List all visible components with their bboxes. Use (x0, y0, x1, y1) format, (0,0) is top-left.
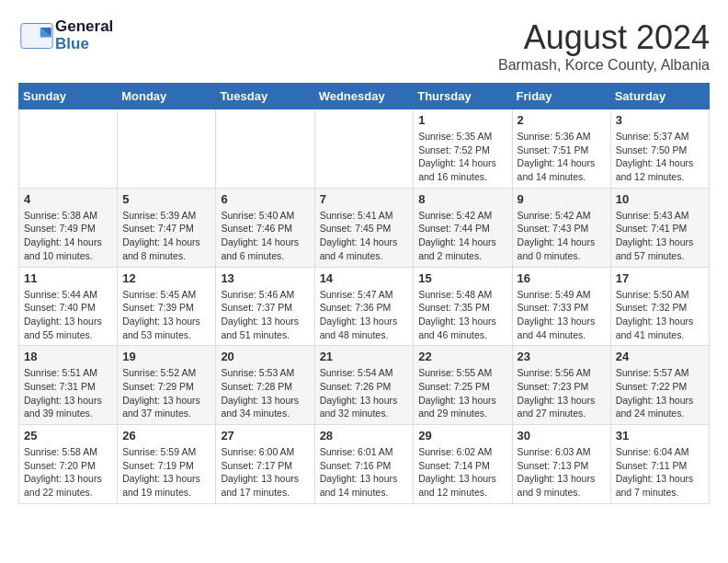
logo: General Blue (18, 18, 113, 52)
calendar-day-cell: 7Sunrise: 5:41 AM Sunset: 7:45 PM Daylig… (314, 188, 414, 267)
calendar-day-cell: 12Sunrise: 5:45 AM Sunset: 7:39 PM Dayli… (118, 267, 216, 346)
day-info: Sunrise: 6:03 AM Sunset: 7:13 PM Dayligh… (518, 445, 606, 500)
calendar-week-row: 18Sunrise: 5:51 AM Sunset: 7:31 PM Dayli… (19, 346, 710, 425)
day-info: Sunrise: 5:56 AM Sunset: 7:23 PM Dayligh… (518, 366, 606, 420)
day-number: 13 (221, 271, 309, 285)
day-number: 20 (221, 350, 309, 363)
day-number: 2 (518, 113, 606, 127)
title-area: August 2024 Barmash, Korce County, Alban… (498, 18, 710, 74)
day-info: Sunrise: 5:48 AM Sunset: 7:35 PM Dayligh… (418, 288, 506, 342)
day-info: Sunrise: 5:40 AM Sunset: 7:46 PM Dayligh… (221, 209, 309, 263)
day-info: Sunrise: 5:57 AM Sunset: 7:22 PM Dayligh… (616, 366, 704, 420)
calendar-day-cell: 26Sunrise: 5:59 AM Sunset: 7:19 PM Dayli… (118, 425, 216, 504)
day-info: Sunrise: 5:58 AM Sunset: 7:20 PM Dayligh… (24, 445, 112, 500)
weekday-header-tuesday: Tuesday (216, 84, 314, 109)
calendar-day-cell: 21Sunrise: 5:54 AM Sunset: 7:26 PM Dayli… (314, 346, 414, 425)
day-number: 12 (122, 271, 210, 285)
calendar-day-cell: 5Sunrise: 5:39 AM Sunset: 7:47 PM Daylig… (118, 188, 216, 267)
calendar-day-cell: 16Sunrise: 5:49 AM Sunset: 7:33 PM Dayli… (512, 267, 610, 346)
calendar-table: SundayMondayTuesdayWednesdayThursdayFrid… (18, 83, 710, 504)
calendar-day-cell: 17Sunrise: 5:50 AM Sunset: 7:32 PM Dayli… (610, 267, 709, 346)
day-info: Sunrise: 5:46 AM Sunset: 7:37 PM Dayligh… (221, 288, 309, 342)
day-info: Sunrise: 5:59 AM Sunset: 7:19 PM Dayligh… (122, 445, 210, 500)
calendar-day-cell: 11Sunrise: 5:44 AM Sunset: 7:40 PM Dayli… (19, 267, 118, 346)
day-number: 29 (418, 429, 506, 442)
weekday-header-sunday: Sunday (19, 84, 118, 109)
logo-general: General (55, 18, 113, 36)
calendar-day-cell: 15Sunrise: 5:48 AM Sunset: 7:35 PM Dayli… (414, 267, 512, 346)
day-number: 31 (616, 429, 704, 442)
logo-blue: Blue (55, 36, 113, 53)
day-number: 19 (122, 350, 210, 363)
calendar-day-cell: 31Sunrise: 6:04 AM Sunset: 7:11 PM Dayli… (610, 425, 709, 504)
day-number: 15 (418, 271, 506, 285)
empty-day-cell (19, 109, 118, 189)
calendar-day-cell: 4Sunrise: 5:38 AM Sunset: 7:49 PM Daylig… (19, 188, 118, 267)
day-info: Sunrise: 5:39 AM Sunset: 7:47 PM Dayligh… (122, 209, 210, 263)
calendar-day-cell: 25Sunrise: 5:58 AM Sunset: 7:20 PM Dayli… (19, 425, 118, 504)
page-header: General Blue August 2024 Barmash, Korce … (18, 18, 710, 74)
day-number: 14 (320, 271, 409, 285)
calendar-day-cell: 23Sunrise: 5:56 AM Sunset: 7:23 PM Dayli… (512, 346, 610, 425)
day-info: Sunrise: 5:51 AM Sunset: 7:31 PM Dayligh… (24, 366, 112, 420)
day-number: 7 (320, 192, 409, 206)
day-info: Sunrise: 5:37 AM Sunset: 7:50 PM Dayligh… (616, 130, 704, 184)
calendar-day-cell: 28Sunrise: 6:01 AM Sunset: 7:16 PM Dayli… (314, 425, 414, 504)
day-number: 21 (320, 350, 409, 363)
day-info: Sunrise: 5:38 AM Sunset: 7:49 PM Dayligh… (24, 209, 112, 263)
day-info: Sunrise: 5:41 AM Sunset: 7:45 PM Dayligh… (320, 209, 409, 263)
day-number: 23 (518, 350, 606, 363)
day-info: Sunrise: 5:55 AM Sunset: 7:25 PM Dayligh… (418, 366, 506, 420)
day-number: 16 (518, 271, 606, 285)
calendar-week-row: 11Sunrise: 5:44 AM Sunset: 7:40 PM Dayli… (19, 267, 710, 346)
day-info: Sunrise: 5:42 AM Sunset: 7:43 PM Dayligh… (518, 209, 606, 263)
month-year-title: August 2024 (498, 18, 710, 57)
calendar-day-cell: 1Sunrise: 5:35 AM Sunset: 7:52 PM Daylig… (414, 109, 512, 189)
day-number: 22 (418, 350, 506, 363)
day-number: 9 (518, 192, 606, 206)
logo-icon (18, 22, 55, 50)
day-info: Sunrise: 5:53 AM Sunset: 7:28 PM Dayligh… (221, 366, 309, 420)
day-number: 8 (418, 192, 506, 206)
calendar-day-cell: 27Sunrise: 6:00 AM Sunset: 7:17 PM Dayli… (216, 425, 314, 504)
day-info: Sunrise: 5:45 AM Sunset: 7:39 PM Dayligh… (122, 288, 210, 342)
day-number: 26 (122, 429, 210, 442)
day-number: 18 (24, 350, 112, 363)
day-number: 28 (320, 429, 409, 442)
day-info: Sunrise: 5:52 AM Sunset: 7:29 PM Dayligh… (122, 366, 210, 420)
day-number: 17 (616, 271, 704, 285)
calendar-day-cell: 18Sunrise: 5:51 AM Sunset: 7:31 PM Dayli… (19, 346, 118, 425)
day-info: Sunrise: 5:44 AM Sunset: 7:40 PM Dayligh… (24, 288, 112, 342)
day-info: Sunrise: 5:47 AM Sunset: 7:36 PM Dayligh… (320, 288, 409, 342)
location-subtitle: Barmash, Korce County, Albania (498, 57, 710, 74)
day-number: 1 (418, 113, 506, 127)
day-info: Sunrise: 5:50 AM Sunset: 7:32 PM Dayligh… (616, 288, 704, 342)
calendar-day-cell: 9Sunrise: 5:42 AM Sunset: 7:43 PM Daylig… (512, 188, 610, 267)
calendar-day-cell: 22Sunrise: 5:55 AM Sunset: 7:25 PM Dayli… (414, 346, 512, 425)
empty-day-cell (314, 109, 414, 189)
weekday-header-thursday: Thursday (414, 84, 512, 109)
day-info: Sunrise: 6:04 AM Sunset: 7:11 PM Dayligh… (616, 445, 704, 500)
calendar-day-cell: 3Sunrise: 5:37 AM Sunset: 7:50 PM Daylig… (610, 109, 709, 189)
day-number: 3 (616, 113, 704, 127)
day-number: 11 (24, 271, 112, 285)
day-number: 27 (221, 429, 309, 442)
day-info: Sunrise: 5:42 AM Sunset: 7:44 PM Dayligh… (418, 209, 506, 263)
day-info: Sunrise: 5:43 AM Sunset: 7:41 PM Dayligh… (616, 209, 704, 263)
day-info: Sunrise: 5:35 AM Sunset: 7:52 PM Dayligh… (418, 130, 506, 184)
day-number: 10 (616, 192, 704, 206)
calendar-day-cell: 2Sunrise: 5:36 AM Sunset: 7:51 PM Daylig… (512, 109, 610, 189)
calendar-week-row: 25Sunrise: 5:58 AM Sunset: 7:20 PM Dayli… (19, 425, 710, 504)
calendar-day-cell: 24Sunrise: 5:57 AM Sunset: 7:22 PM Dayli… (610, 346, 709, 425)
weekday-header-monday: Monday (118, 84, 216, 109)
weekday-header-row: SundayMondayTuesdayWednesdayThursdayFrid… (19, 84, 710, 109)
calendar-day-cell: 13Sunrise: 5:46 AM Sunset: 7:37 PM Dayli… (216, 267, 314, 346)
day-number: 4 (24, 192, 112, 206)
day-number: 25 (24, 429, 112, 442)
weekday-header-wednesday: Wednesday (314, 84, 414, 109)
day-number: 24 (616, 350, 704, 363)
calendar-day-cell: 6Sunrise: 5:40 AM Sunset: 7:46 PM Daylig… (216, 188, 314, 267)
empty-day-cell (118, 109, 216, 189)
calendar-day-cell: 14Sunrise: 5:47 AM Sunset: 7:36 PM Dayli… (314, 267, 414, 346)
weekday-header-saturday: Saturday (610, 84, 709, 109)
